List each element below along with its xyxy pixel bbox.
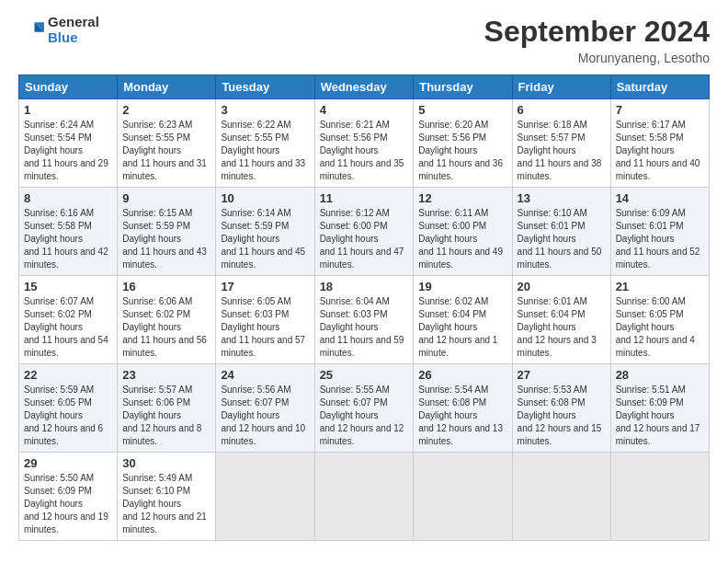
day-info: Sunrise: 6:24 AMSunset: 5:54 PMDaylight …: [24, 119, 112, 183]
day-info: Sunrise: 6:14 AMSunset: 5:59 PMDaylight …: [221, 207, 309, 271]
table-row: 28 Sunrise: 5:51 AMSunset: 6:09 PMDaylig…: [610, 364, 709, 453]
table-row: 21 Sunrise: 6:00 AMSunset: 6:05 PMDaylig…: [610, 276, 709, 364]
day-number: 12: [418, 191, 506, 205]
day-info: Sunrise: 5:51 AMSunset: 6:09 PMDaylight …: [616, 384, 704, 448]
day-number: 30: [122, 456, 210, 470]
day-number: 11: [320, 191, 409, 205]
day-number: 7: [616, 103, 704, 117]
calendar-header-row: Sunday Monday Tuesday Wednesday Thursday…: [19, 75, 710, 99]
day-number: 26: [418, 368, 506, 382]
day-number: 4: [320, 103, 409, 117]
day-info: Sunrise: 6:02 AMSunset: 6:04 PMDaylight …: [418, 295, 506, 360]
table-row: 14 Sunrise: 6:09 AMSunset: 6:01 PMDaylig…: [610, 188, 709, 276]
day-number: 6: [518, 103, 606, 117]
day-number: 16: [122, 280, 210, 293]
day-info: Sunrise: 6:16 AMSunset: 5:58 PMDaylight …: [24, 207, 112, 271]
col-sunday: Sunday: [19, 75, 118, 99]
day-info: Sunrise: 6:18 AMSunset: 5:57 PMDaylight …: [518, 119, 606, 183]
table-row: 9 Sunrise: 6:15 AMSunset: 5:59 PMDayligh…: [118, 188, 216, 276]
day-number: 19: [418, 280, 506, 293]
day-number: 2: [122, 103, 210, 117]
day-info: Sunrise: 6:00 AMSunset: 6:05 PMDaylight …: [616, 295, 704, 360]
table-row: [414, 453, 512, 541]
title-block: September 2024 Morunyaneng, Lesotho: [484, 15, 710, 65]
table-row: 24 Sunrise: 5:56 AMSunset: 6:07 PMDaylig…: [216, 364, 314, 453]
day-number: 22: [24, 368, 112, 382]
day-number: 9: [122, 191, 210, 205]
day-info: Sunrise: 6:05 AMSunset: 6:03 PMDaylight …: [221, 295, 309, 360]
day-number: 25: [320, 368, 409, 382]
month-year-title: September 2024: [484, 15, 710, 49]
page: General Blue September 2024 Morunyaneng,…: [0, 0, 728, 550]
day-info: Sunrise: 6:01 AMSunset: 6:04 PMDaylight …: [518, 295, 606, 360]
col-friday: Friday: [512, 75, 610, 99]
day-info: Sunrise: 6:09 AMSunset: 6:01 PMDaylight …: [616, 207, 704, 271]
table-row: 7 Sunrise: 6:17 AMSunset: 5:58 PMDayligh…: [610, 99, 709, 188]
table-row: 11 Sunrise: 6:12 AMSunset: 6:00 PMDaylig…: [314, 188, 414, 276]
day-info: Sunrise: 6:04 AMSunset: 6:03 PMDaylight …: [320, 295, 409, 360]
col-tuesday: Tuesday: [216, 75, 314, 99]
table-row: 15 Sunrise: 6:07 AMSunset: 6:02 PMDaylig…: [19, 276, 118, 364]
table-row: 17 Sunrise: 6:05 AMSunset: 6:03 PMDaylig…: [216, 276, 314, 364]
day-number: 3: [221, 103, 309, 117]
day-number: 13: [518, 191, 606, 205]
table-row: 12 Sunrise: 6:11 AMSunset: 6:00 PMDaylig…: [414, 188, 512, 276]
day-info: Sunrise: 6:17 AMSunset: 5:58 PMDaylight …: [616, 119, 704, 183]
calendar-table: Sunday Monday Tuesday Wednesday Thursday…: [18, 75, 710, 541]
day-number: 1: [24, 103, 112, 117]
day-info: Sunrise: 6:15 AMSunset: 5:59 PMDaylight …: [122, 207, 210, 271]
table-row: 4 Sunrise: 6:21 AMSunset: 5:56 PMDayligh…: [314, 99, 414, 188]
table-row: 22 Sunrise: 5:59 AMSunset: 6:05 PMDaylig…: [19, 364, 118, 453]
day-number: 28: [616, 368, 704, 382]
day-info: Sunrise: 5:57 AMSunset: 6:06 PMDaylight …: [122, 384, 210, 448]
header: General Blue September 2024 Morunyaneng,…: [18, 15, 710, 65]
day-number: 17: [221, 280, 309, 293]
day-number: 21: [616, 280, 704, 293]
day-info: Sunrise: 5:53 AMSunset: 6:08 PMDaylight …: [518, 384, 606, 448]
day-info: Sunrise: 5:55 AMSunset: 6:07 PMDaylight …: [320, 384, 409, 448]
col-monday: Monday: [118, 75, 216, 99]
table-row: [314, 453, 414, 541]
table-row: 16 Sunrise: 6:06 AMSunset: 6:02 PMDaylig…: [118, 276, 216, 364]
table-row: 3 Sunrise: 6:22 AMSunset: 5:55 PMDayligh…: [216, 99, 314, 188]
day-info: Sunrise: 6:10 AMSunset: 6:01 PMDaylight …: [518, 207, 606, 271]
day-info: Sunrise: 6:23 AMSunset: 5:55 PMDaylight …: [122, 119, 210, 183]
table-row: 30 Sunrise: 5:49 AMSunset: 6:10 PMDaylig…: [118, 453, 216, 541]
day-info: Sunrise: 6:22 AMSunset: 5:55 PMDaylight …: [221, 119, 309, 183]
day-info: Sunrise: 5:56 AMSunset: 6:07 PMDaylight …: [221, 384, 309, 448]
day-number: 27: [518, 368, 606, 382]
day-info: Sunrise: 5:49 AMSunset: 6:10 PMDaylight …: [122, 472, 210, 536]
table-row: 1 Sunrise: 6:24 AMSunset: 5:54 PMDayligh…: [19, 99, 118, 188]
table-row: 13 Sunrise: 6:10 AMSunset: 6:01 PMDaylig…: [512, 188, 610, 276]
day-number: 24: [221, 368, 309, 382]
day-info: Sunrise: 5:59 AMSunset: 6:05 PMDaylight …: [24, 384, 112, 448]
table-row: 18 Sunrise: 6:04 AMSunset: 6:03 PMDaylig…: [314, 276, 414, 364]
day-number: 23: [122, 368, 210, 382]
day-number: 20: [518, 280, 606, 293]
col-wednesday: Wednesday: [314, 75, 414, 99]
day-info: Sunrise: 6:12 AMSunset: 6:00 PMDaylight …: [320, 207, 409, 271]
day-info: Sunrise: 6:11 AMSunset: 6:00 PMDaylight …: [418, 207, 506, 271]
day-number: 14: [616, 191, 704, 205]
table-row: 6 Sunrise: 6:18 AMSunset: 5:57 PMDayligh…: [512, 99, 610, 188]
table-row: 5 Sunrise: 6:20 AMSunset: 5:56 PMDayligh…: [414, 99, 512, 188]
table-row: 26 Sunrise: 5:54 AMSunset: 6:08 PMDaylig…: [414, 364, 512, 453]
day-info: Sunrise: 6:06 AMSunset: 6:02 PMDaylight …: [122, 295, 210, 360]
table-row: 2 Sunrise: 6:23 AMSunset: 5:55 PMDayligh…: [118, 99, 216, 188]
day-number: 18: [320, 280, 409, 293]
col-thursday: Thursday: [414, 75, 512, 99]
logo: General Blue: [18, 15, 99, 45]
table-row: 25 Sunrise: 5:55 AMSunset: 6:07 PMDaylig…: [314, 364, 414, 453]
day-info: Sunrise: 5:54 AMSunset: 6:08 PMDaylight …: [418, 384, 506, 448]
table-row: 27 Sunrise: 5:53 AMSunset: 6:08 PMDaylig…: [512, 364, 610, 453]
location-subtitle: Morunyaneng, Lesotho: [484, 51, 710, 65]
table-row: [216, 453, 314, 541]
day-info: Sunrise: 6:21 AMSunset: 5:56 PMDaylight …: [320, 119, 409, 183]
logo-text: General Blue: [48, 15, 99, 45]
table-row: 10 Sunrise: 6:14 AMSunset: 5:59 PMDaylig…: [216, 188, 314, 276]
table-row: 20 Sunrise: 6:01 AMSunset: 6:04 PMDaylig…: [512, 276, 610, 364]
day-info: Sunrise: 5:50 AMSunset: 6:09 PMDaylight …: [24, 472, 112, 536]
logo-icon: [18, 17, 44, 43]
logo-general-text: General: [48, 15, 99, 30]
table-row: [512, 453, 610, 541]
